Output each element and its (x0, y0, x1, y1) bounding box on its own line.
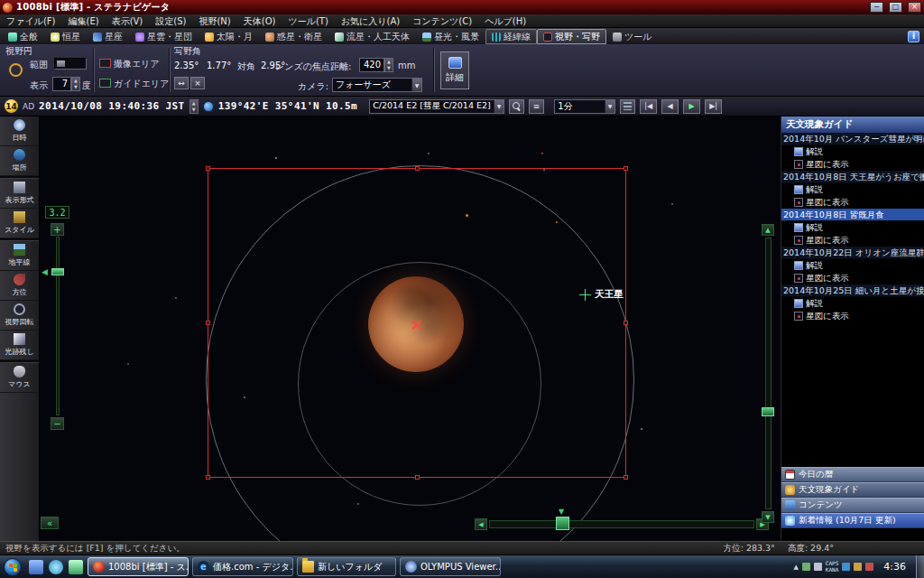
target-select[interactable]: C/2014 E2 [彗星 C/2014 E2] ▼ (369, 99, 504, 114)
sidebar-item-location[interactable]: 場所 (0, 146, 39, 176)
skip-start-button[interactable]: |◀ (640, 99, 657, 114)
show-on-chart-link[interactable]: 星図に表示 (781, 196, 924, 209)
tray-icon[interactable] (802, 563, 810, 571)
vertical-scrollbar-track[interactable] (765, 238, 772, 509)
explain-link[interactable]: 解説 (781, 221, 924, 234)
zoom-slider-track[interactable] (56, 237, 60, 415)
reset-frame-button[interactable]: × (190, 77, 205, 89)
frame-handle[interactable] (206, 166, 210, 171)
info-button[interactable]: i (908, 31, 919, 42)
event-title[interactable]: 2014年10月25日 細い月と土星が接近 (781, 284, 924, 297)
show-on-chart-link[interactable]: 星図に表示 (781, 158, 924, 171)
taskbar-app-stella[interactable]: 1008bi [標準] - ス... (88, 557, 189, 576)
scroll-down-button[interactable]: ▼ (762, 511, 774, 523)
explain-link[interactable]: 解説 (781, 259, 924, 272)
quick-launch-icon[interactable] (49, 560, 63, 574)
chevron-down-icon[interactable]: ▼ (411, 79, 421, 91)
tab-tools[interactable]: ツール (606, 29, 658, 44)
tab-general[interactable]: 全般 (2, 29, 44, 44)
sidebar-item-datetime[interactable]: 日時 (0, 117, 39, 146)
spin-down-icon[interactable]: ▼ (72, 84, 79, 90)
tray-icon[interactable] (854, 563, 862, 571)
tray-icon[interactable] (842, 563, 850, 571)
spin-up-icon[interactable]: ▲ (72, 78, 79, 84)
tray-expand-icon[interactable]: ▲ (793, 564, 798, 571)
tray-icon[interactable] (814, 563, 822, 571)
tab-planets[interactable]: 惑星・衛星 (259, 29, 328, 44)
minimize-button[interactable]: − (870, 2, 883, 13)
frame-handle[interactable] (415, 475, 420, 480)
frame-handle[interactable] (624, 321, 628, 325)
frame-handle[interactable] (206, 475, 210, 480)
tab-stars[interactable]: 恒星 (44, 29, 87, 44)
skip-end-button[interactable]: ▶| (705, 99, 722, 114)
taskbar-clock[interactable]: 4:36 (877, 561, 912, 573)
fov-degrees-spinner[interactable]: ▲▼ (71, 77, 80, 91)
event-title[interactable]: 2014年10月 パンスターズ彗星が明け... (781, 133, 924, 145)
tab-daylight[interactable]: 昼光・風景 (416, 29, 485, 44)
list-button[interactable]: ≡ (529, 99, 544, 114)
nav-contents[interactable]: コンテンツ (781, 498, 924, 513)
datetime-spinner[interactable]: ▲▼ (189, 99, 199, 114)
star-chart-canvas[interactable]: 天王星 3.2 + ◀ − « ◀ ▼ ▶ ▲ (40, 117, 781, 541)
maximize-button[interactable]: □ (889, 2, 902, 13)
tab-fov-photo[interactable]: 視野・写野 (537, 29, 606, 44)
focal-length-input[interactable]: 420 (359, 58, 384, 72)
sidebar-item-azimuth[interactable]: 方位 (0, 271, 39, 301)
step-back-button[interactable]: ◀ (661, 99, 679, 114)
horizontal-scrollbar-handle[interactable] (556, 517, 569, 530)
close-button[interactable]: × (908, 2, 921, 13)
camera-select[interactable]: フォーサーズ ▼ (332, 78, 422, 92)
collapse-button[interactable]: « (41, 517, 59, 529)
nav-phenomena-guide[interactable]: 天文現象ガイド (781, 482, 924, 498)
event-title[interactable]: 2014年10月22日 オリオン座流星群が... (781, 247, 924, 259)
tab-nebula[interactable]: 星雲・星団 (129, 29, 199, 44)
spin-down-icon[interactable]: ▼ (190, 107, 198, 113)
interval-select[interactable]: 1分 ▼ (554, 99, 615, 114)
step-settings-button[interactable] (620, 99, 635, 114)
tab-meteor[interactable]: 流星・人工天体 (328, 29, 416, 44)
focal-length-spinner[interactable]: ▲▼ (384, 58, 393, 72)
chevron-down-icon[interactable]: ▼ (605, 100, 614, 113)
chevron-down-icon[interactable]: ▼ (494, 100, 504, 113)
zoom-in-button[interactable]: + (51, 223, 64, 236)
menu-settings[interactable]: 設定(S) (149, 14, 192, 28)
scroll-up-button[interactable]: ▲ (762, 224, 774, 236)
sidebar-item-light-trail[interactable]: 光跡残し (0, 331, 39, 360)
event-title-selected[interactable]: 2014年10月8日 皆既月食 (781, 209, 924, 221)
taskbar-app-olympus[interactable]: OLYMPUS Viewer... (400, 557, 501, 576)
menu-help[interactable]: ヘルプ(H) (478, 14, 532, 28)
frame-handle[interactable] (206, 321, 210, 325)
menu-file[interactable]: ファイル(F) (0, 14, 62, 28)
nav-news[interactable]: 新着情報 (10月7日 更新) (781, 513, 924, 528)
vertical-scrollbar-handle[interactable] (762, 407, 774, 416)
tab-grid-lines[interactable]: 経緯線 (485, 29, 537, 44)
guide-area-toggle[interactable]: ガイドエリア (99, 78, 169, 90)
start-button[interactable] (4, 558, 22, 576)
show-on-chart-link[interactable]: 星図に表示 (781, 272, 924, 284)
fov-degrees-input[interactable]: 7 (52, 77, 71, 91)
capture-area-toggle[interactable]: 撮像エリア (99, 58, 160, 70)
zoom-slider-handle[interactable] (51, 268, 64, 275)
show-on-chart-link[interactable]: 星図に表示 (781, 234, 924, 247)
tab-constellation[interactable]: 星座 (87, 29, 129, 44)
swap-orientation-button[interactable]: ↔ (174, 77, 189, 89)
sidebar-item-mouse[interactable]: マウス (0, 363, 39, 393)
frame-handle[interactable] (624, 166, 628, 171)
location-display[interactable]: 139°42'E 35°41'N 10.5m (218, 100, 358, 112)
detail-button[interactable]: 詳細 (440, 51, 469, 89)
quick-launch-icon[interactable] (29, 560, 43, 574)
spin-up-icon[interactable]: ▲ (385, 59, 393, 65)
range-slider[interactable] (54, 58, 87, 70)
scroll-left-button[interactable]: ◀ (475, 518, 487, 530)
menu-fov[interactable]: 視野(N) (192, 14, 236, 28)
menu-tools[interactable]: ツール(T) (282, 14, 334, 28)
tray-icon[interactable] (865, 563, 873, 571)
zoom-out-button[interactable]: − (51, 417, 64, 430)
taskbar-app-folder[interactable]: 新しいフォルダ (297, 557, 396, 576)
sidebar-item-style[interactable]: スタイル (0, 209, 39, 238)
range-slider-handle[interactable] (57, 61, 65, 67)
show-on-chart-link[interactable]: 星図に表示 (781, 310, 924, 322)
spin-down-icon[interactable]: ▼ (385, 65, 393, 71)
frame-handle[interactable] (624, 475, 628, 480)
